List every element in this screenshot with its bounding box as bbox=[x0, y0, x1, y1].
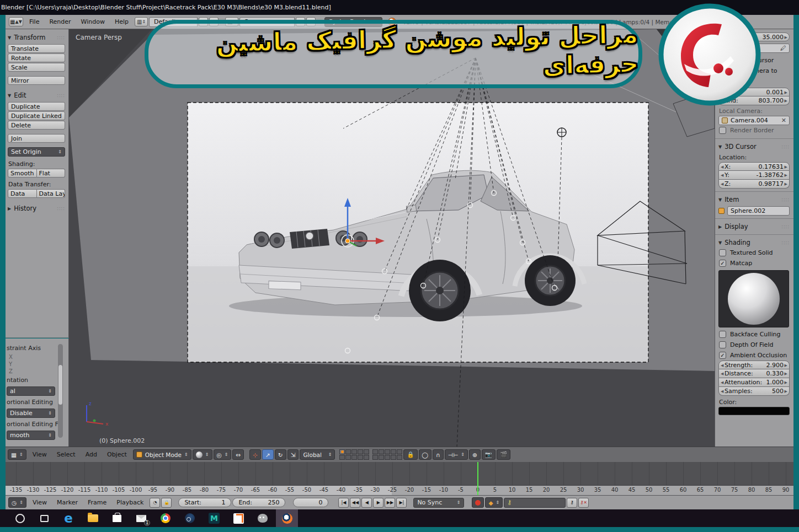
show-seconds-button[interactable]: ◔ bbox=[150, 498, 160, 508]
button-flat[interactable]: Flat bbox=[37, 169, 66, 178]
jump-to-start-button[interactable]: |◀ bbox=[338, 498, 349, 508]
play-reverse-button[interactable]: ◀ bbox=[361, 498, 372, 508]
layer-cell[interactable] bbox=[358, 455, 363, 460]
current-frame-playhead[interactable] bbox=[477, 462, 478, 495]
layer-cell[interactable] bbox=[391, 455, 396, 460]
eyedropper-icon[interactable]: 🖊 bbox=[780, 45, 786, 52]
layer-cell[interactable] bbox=[364, 449, 369, 454]
orientation-dropdown[interactable]: al⇕ bbox=[7, 386, 55, 396]
layer-buttons[interactable] bbox=[339, 449, 402, 460]
layer-cell[interactable] bbox=[339, 455, 345, 460]
insert-keyframe-button[interactable]: ⚷ bbox=[567, 498, 577, 508]
taskbar-cortana-button[interactable] bbox=[9, 509, 31, 527]
layer-cell[interactable] bbox=[364, 455, 369, 460]
ao-samples-slider[interactable]: ◀Samples: 500▶ bbox=[718, 387, 790, 396]
menu-view[interactable]: View bbox=[28, 497, 52, 508]
button-delete[interactable]: Delete bbox=[8, 121, 65, 130]
timeline-ruler[interactable]: -135-130-125-120-115-110-105-100-95-90-8… bbox=[6, 485, 793, 495]
button-data-layo[interactable]: Data Layo bbox=[37, 189, 66, 198]
menu-file[interactable]: File bbox=[24, 17, 44, 27]
checkbox[interactable] bbox=[719, 249, 726, 256]
panel-header-transform[interactable]: ▼ Transform :::: bbox=[7, 31, 66, 44]
button-smooth[interactable]: Smooth bbox=[8, 169, 37, 178]
checkbox-checked[interactable]: ✓ bbox=[719, 352, 726, 359]
checkbox[interactable] bbox=[719, 331, 726, 338]
layout-browse-button[interactable]: ▥⇕ bbox=[135, 17, 148, 26]
taskbar-steam-button[interactable] bbox=[179, 509, 201, 527]
play-button[interactable]: ▶ bbox=[373, 498, 383, 508]
layer-cell[interactable] bbox=[351, 455, 357, 460]
manipulator-scale-button[interactable]: ⇲ bbox=[287, 449, 299, 460]
button-data[interactable]: Data bbox=[8, 189, 37, 198]
layer-cell[interactable] bbox=[397, 455, 402, 460]
menu-view[interactable]: View bbox=[28, 449, 52, 460]
sync-dropdown[interactable]: No Sync⇕ bbox=[413, 498, 464, 508]
taskbar-store-button[interactable] bbox=[106, 509, 128, 527]
render-border-row[interactable]: Render Border bbox=[718, 125, 790, 136]
panel-header-shading[interactable]: ▼Shading:::: bbox=[718, 238, 790, 248]
cursor-y-slider[interactable]: ◀Y: -1.38762▶ bbox=[718, 171, 790, 180]
button-rotate[interactable]: Rotate bbox=[8, 53, 65, 62]
taskbar-task-view-button[interactable] bbox=[33, 509, 55, 527]
editor-type-button[interactable]: ▦ ▲▼ bbox=[9, 17, 23, 26]
layer-cell[interactable] bbox=[351, 449, 357, 454]
menu-marker[interactable]: Marker bbox=[52, 497, 83, 508]
pivot-align-toggle[interactable]: ⇔ bbox=[232, 449, 244, 460]
layer-cell[interactable] bbox=[345, 449, 351, 454]
lock-to-scene-button[interactable]: 🔒 bbox=[403, 449, 417, 460]
manipulator-rotate-button[interactable]: ↻ bbox=[275, 449, 286, 460]
record-button[interactable] bbox=[472, 497, 484, 508]
menu-object[interactable]: Object bbox=[102, 449, 132, 460]
layer-cell[interactable] bbox=[397, 449, 402, 454]
ao-distance-slider[interactable]: ◀Distance: 0.330▶ bbox=[718, 369, 790, 378]
panel-header-3d-cursor[interactable]: ▼3D Cursor:::: bbox=[718, 142, 790, 152]
button-scale[interactable]: Scale bbox=[8, 63, 65, 72]
matcap-row[interactable]: ✓ Matcap bbox=[718, 258, 790, 268]
set-origin-dropdown[interactable]: Set Origin⇕ bbox=[8, 147, 65, 157]
viewport-3d[interactable]: z x Camera Persp (0) Sphere.002 bbox=[69, 29, 715, 447]
taskbar-chrome-button[interactable] bbox=[155, 509, 177, 527]
layer-cell[interactable] bbox=[391, 449, 396, 454]
menu-select[interactable]: Select bbox=[52, 449, 81, 460]
taskbar-blender-button[interactable] bbox=[276, 509, 298, 527]
layer-cell[interactable] bbox=[372, 455, 378, 460]
layer-cell[interactable] bbox=[339, 449, 345, 454]
panel-header-edit[interactable]: ▼ Edit :::: bbox=[7, 89, 66, 101]
layer-cell[interactable] bbox=[379, 449, 384, 454]
delete-keyframe-button[interactable]: ⚷✕ bbox=[578, 498, 589, 508]
render-opengl-button[interactable]: 📷 bbox=[482, 449, 496, 460]
proportional-editing-dropdown[interactable]: Disable⇕ bbox=[7, 409, 55, 418]
taskbar-mail-button[interactable]: 1 bbox=[130, 509, 152, 527]
current-frame-field[interactable]: 0 bbox=[293, 498, 328, 507]
menu-window[interactable]: Window bbox=[76, 17, 110, 27]
operator-scrollbar[interactable] bbox=[58, 344, 63, 438]
layer-cell[interactable] bbox=[385, 449, 390, 454]
checkbox-checked[interactable]: ✓ bbox=[719, 260, 726, 267]
autokey-mode-dropdown[interactable]: ◆⇕ bbox=[485, 497, 503, 508]
matcap-preview[interactable] bbox=[718, 270, 789, 327]
depth-of-field-row[interactable]: Depth Of Field bbox=[718, 340, 790, 350]
taskbar-file-explorer-button[interactable] bbox=[82, 509, 104, 527]
ao-attenuation-slider[interactable]: ◀Attenuation: 1.000▶ bbox=[718, 378, 790, 387]
cursor-x-slider[interactable]: ◀X: 0.17631▶ bbox=[718, 162, 790, 171]
ao-strength-slider[interactable]: ◀Strength: 2.900▶ bbox=[718, 361, 790, 369]
next-keyframe-button[interactable]: ▶▶ bbox=[385, 498, 395, 508]
clear-icon[interactable]: ✕ bbox=[781, 117, 786, 124]
jump-to-end-button[interactable]: ▶| bbox=[396, 498, 407, 508]
menu-help[interactable]: Help bbox=[110, 17, 134, 27]
layer-cell[interactable] bbox=[379, 455, 384, 460]
frame-end-slider[interactable]: End:250 bbox=[232, 498, 285, 507]
manipulator-translate-button[interactable]: ↗ bbox=[262, 449, 274, 460]
button-duplicate-linked[interactable]: Duplicate Linked bbox=[8, 111, 65, 120]
snap-element-dropdown[interactable]: ⊣⊢⇕ bbox=[445, 449, 468, 460]
keying-set-field[interactable]: ⚷ bbox=[504, 498, 566, 508]
layer-cell[interactable] bbox=[372, 449, 378, 454]
manipulator-axis-button[interactable]: ⊹ bbox=[249, 449, 261, 460]
editor-type-button[interactable]: ▦⇕ bbox=[8, 449, 26, 460]
backface-culling-row[interactable]: Backface Culling bbox=[718, 329, 790, 340]
button-join[interactable]: Join bbox=[8, 134, 65, 143]
menu-add[interactable]: Add bbox=[81, 449, 102, 460]
menu-render[interactable]: Render bbox=[44, 17, 76, 27]
ao-color-swatch[interactable] bbox=[718, 407, 790, 415]
transform-orientation-dropdown[interactable]: Global⇕ bbox=[300, 449, 335, 460]
